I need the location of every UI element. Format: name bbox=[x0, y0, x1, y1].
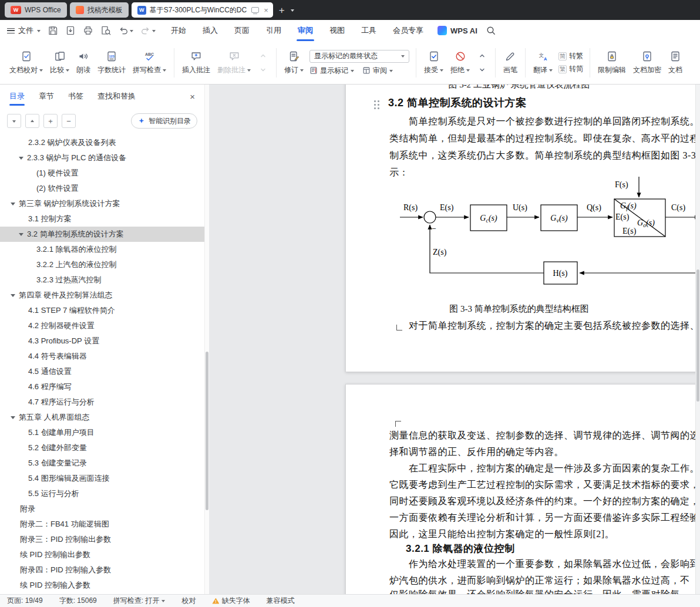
scrollbar-thumb[interactable] bbox=[206, 352, 208, 510]
spell-check-status[interactable]: 拼写检查: 打开 bbox=[113, 596, 166, 606]
toc-item[interactable]: 5.4 图形编辑及画面连接 bbox=[0, 471, 204, 486]
paragraph-handle[interactable] bbox=[374, 100, 376, 102]
toc-item[interactable]: 3.2.3 过热蒸汽控制 bbox=[0, 272, 204, 288]
toc-item[interactable]: 5.5 运行与分析 bbox=[0, 486, 204, 501]
doc-permission-button[interactable]: 文档 bbox=[665, 48, 686, 77]
show-markup-button[interactable]: 显示标记 bbox=[309, 66, 354, 76]
next-change-icon[interactable] bbox=[475, 65, 489, 75]
collapse-all-button[interactable] bbox=[7, 114, 21, 128]
sidebar-tab-chapters[interactable]: 章节 bbox=[39, 85, 54, 108]
missing-font-warning[interactable]: !缺失字体 bbox=[212, 596, 250, 606]
to-simplified-button[interactable]: 繁 转简 bbox=[558, 64, 583, 74]
new-tab-icon[interactable]: + bbox=[276, 5, 288, 15]
tab-template[interactable]: 找稿壳模板 bbox=[70, 2, 129, 18]
word-count-button[interactable]: 123 字数统计 bbox=[94, 48, 129, 77]
tabs-dropdown-icon[interactable] bbox=[291, 9, 294, 14]
accept-button[interactable]: 接受 bbox=[420, 48, 447, 77]
toc-item[interactable]: (1) 硬件设置 bbox=[0, 166, 204, 181]
toc-item[interactable]: 第三章 锅炉控制系统设计方案 bbox=[0, 196, 204, 211]
toc-item[interactable]: 4.4 符号表编辑器 bbox=[0, 349, 204, 364]
close-icon[interactable]: × bbox=[190, 92, 195, 102]
reject-button[interactable]: 拒绝 bbox=[447, 48, 473, 77]
export-pdf-icon[interactable] bbox=[65, 25, 76, 36]
to-traditional-button[interactable]: 简 转繁 bbox=[558, 51, 583, 61]
toc-item[interactable]: 2.3.3 锅炉与 PLC 的通信设备 bbox=[0, 150, 204, 166]
toc-item[interactable]: 3.2.1 除氧器的液位控制 bbox=[0, 242, 204, 257]
file-menu-button[interactable]: 文件 bbox=[7, 25, 41, 36]
tab-wps-home[interactable]: W WPS Office bbox=[5, 2, 67, 18]
encrypt-button[interactable]: 文档加密 bbox=[630, 48, 665, 77]
toc-item[interactable]: 4.1 STEP 7 编程软件简介 bbox=[0, 303, 204, 318]
toc-item[interactable]: 第四章 硬件及控制算法组态 bbox=[0, 288, 204, 303]
toc-item[interactable]: 附录三：PID 控制输出参数 bbox=[0, 532, 204, 547]
tab-tools[interactable]: 工具 bbox=[353, 20, 385, 41]
print-icon[interactable] bbox=[83, 25, 93, 36]
tab-insert[interactable]: 插入 bbox=[194, 20, 226, 41]
sidebar-tab-contents[interactable]: 目录 bbox=[9, 85, 25, 108]
pen-button[interactable]: 画笔 bbox=[500, 48, 521, 77]
markup-state-select[interactable]: 显示标记的最终状态 bbox=[309, 50, 409, 63]
sidebar-tab-bookmarks[interactable]: 书签 bbox=[68, 85, 83, 108]
tab-view[interactable]: 视图 bbox=[321, 20, 353, 41]
expand-triangle-icon[interactable] bbox=[11, 294, 15, 299]
toc-item[interactable]: 3.2.2 上汽包的液位控制 bbox=[0, 257, 204, 272]
tab-reference[interactable]: 引用 bbox=[258, 20, 290, 41]
document-scrollbar[interactable] bbox=[695, 85, 700, 594]
search-icon[interactable] bbox=[486, 25, 496, 36]
tab-page[interactable]: 页面 bbox=[226, 20, 258, 41]
tab-document[interactable]: W 基于S7-300PLC与WinCC的DC × bbox=[132, 2, 273, 18]
scrollbar-thumb[interactable] bbox=[696, 269, 699, 402]
wps-ai-button[interactable]: WPS AI bbox=[438, 26, 477, 35]
spell-check-button[interactable]: ABC 拼写检查 bbox=[129, 48, 170, 77]
expand-triangle-icon[interactable] bbox=[11, 203, 15, 208]
tab-membership[interactable]: 会员专享 bbox=[385, 20, 432, 41]
toc-item[interactable]: 4.5 通信设置 bbox=[0, 364, 204, 379]
restrict-edit-button[interactable]: 限制编辑 bbox=[594, 48, 630, 77]
expand-triangle-icon[interactable] bbox=[11, 416, 15, 421]
prev-change-icon[interactable] bbox=[475, 50, 489, 61]
review-pane-button[interactable]: 审阅 bbox=[362, 66, 393, 76]
sidebar-scrollbar[interactable] bbox=[204, 85, 209, 594]
toc-item[interactable]: 2.3.2 锅炉仪表及设备列表 bbox=[0, 135, 204, 150]
tab-review[interactable]: 审阅 bbox=[290, 20, 321, 41]
expand-triangle-icon[interactable] bbox=[19, 233, 23, 238]
proofread-status[interactable]: 校对 bbox=[181, 596, 196, 606]
compare-button[interactable]: 比较 bbox=[46, 48, 73, 77]
toc-item[interactable]: 续 PID 控制输出参数 bbox=[0, 547, 204, 562]
toc-item[interactable]: 5.2 创建外部变量 bbox=[0, 440, 204, 456]
toc-item[interactable]: 3.2 简单控制系统的设计方案 bbox=[0, 227, 204, 242]
toc-item[interactable]: 第五章 人机界面组态 bbox=[0, 410, 204, 425]
smart-toc-button[interactable]: 智能识别目录 bbox=[131, 113, 197, 129]
toc-item[interactable]: 4.3 Profibus-DP 设置 bbox=[0, 333, 204, 349]
toc-item[interactable]: 续 PID 控制输入参数 bbox=[0, 578, 204, 593]
print-preview-icon[interactable] bbox=[100, 25, 111, 36]
page-1[interactable]: 图 3-2 工业锅炉 系统管道仪表流程图 3.2 简单控制系统的设计方案 简单控… bbox=[345, 85, 700, 372]
toc-item[interactable]: 附录二：FB41 功能逻辑图 bbox=[0, 517, 204, 532]
chevron-down-icon[interactable] bbox=[130, 30, 133, 34]
undo-icon[interactable] bbox=[118, 25, 133, 36]
document-area[interactable]: 图 3-2 工业锅炉 系统管道仪表流程图 3.2 简单控制系统的设计方案 简单控… bbox=[209, 85, 700, 594]
toc-item[interactable]: 5.3 创建变量记录 bbox=[0, 456, 204, 471]
sidebar-tab-find-replace[interactable]: 查找和替换 bbox=[97, 85, 136, 108]
toc-item[interactable]: 4.6 程序编写 bbox=[0, 379, 204, 394]
translate-button[interactable]: 文A 翻译 bbox=[530, 48, 556, 77]
proofread-button[interactable]: 文档校对 bbox=[6, 48, 46, 77]
close-icon[interactable]: × bbox=[264, 6, 268, 14]
expand-triangle-icon[interactable] bbox=[19, 157, 23, 162]
toc-item[interactable]: (2) 软件设置 bbox=[0, 181, 204, 196]
insert-comment-button[interactable]: 插入批注 bbox=[179, 48, 214, 77]
save-icon[interactable] bbox=[48, 25, 58, 36]
toc-item[interactable]: 5.1 创建单用户项目 bbox=[0, 425, 204, 440]
expand-all-button[interactable] bbox=[25, 114, 39, 128]
page-2[interactable]: 测量信息的获取及变送、控制参数的选择、调节规律的选择、调节阀的选 择和调节器的正… bbox=[345, 384, 700, 594]
toc-item[interactable]: 3.1 控制方案 bbox=[0, 211, 204, 227]
zoom-in-button[interactable]: + bbox=[43, 114, 58, 128]
read-aloud-button[interactable]: 朗读 bbox=[73, 48, 94, 77]
track-changes-button[interactable]: 修订 bbox=[281, 48, 307, 77]
toc-item[interactable]: 4.2 控制器硬件设置 bbox=[0, 318, 204, 333]
zoom-out-button[interactable]: − bbox=[62, 114, 76, 128]
toc-item[interactable]: 附录 bbox=[0, 501, 204, 517]
tab-home[interactable]: 开始 bbox=[163, 20, 194, 41]
toc-item[interactable]: 4.7 程序运行与分析 bbox=[0, 394, 204, 410]
toc-item[interactable]: 附录四：PID 控制输入参数 bbox=[0, 562, 204, 578]
